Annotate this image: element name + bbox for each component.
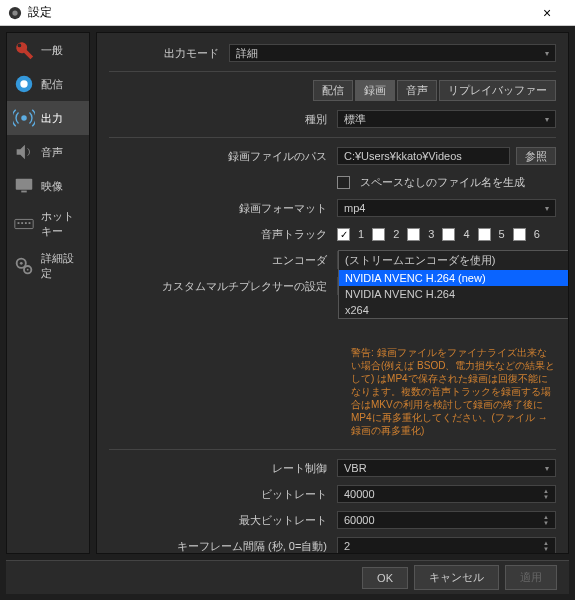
chevron-down-icon: ▾ [545,115,549,124]
sidebar-label: 映像 [41,179,63,194]
encoder-label: エンコーダ [109,253,337,268]
mux-label: カスタムマルチプレクサーの設定 [109,279,337,294]
encoder-option-x264[interactable]: x264 [339,302,569,318]
window-title: 設定 [28,4,527,21]
spinner-icon[interactable]: ▲▼ [543,488,549,500]
speaker-icon [13,141,35,163]
format-label: 録画フォーマット [109,201,337,216]
track-4-checkbox[interactable] [442,228,455,241]
chevron-down-icon: ▾ [545,49,549,58]
svg-rect-7 [21,191,27,193]
svg-point-5 [21,115,27,121]
svg-rect-9 [18,222,20,224]
svg-rect-6 [16,179,33,190]
track-3-checkbox[interactable] [407,228,420,241]
monitor-icon [13,175,35,197]
nospace-label: スペースなしのファイル名を生成 [360,175,525,190]
title-bar: 設定 × [0,0,575,26]
encoder-option-nvenc[interactable]: NVIDIA NVENC H.264 [339,286,569,302]
encoder-option-nvenc-new[interactable]: NVIDIA NVENC H.264 (new) [339,270,569,286]
path-label: 録画ファイルのパス [109,149,337,164]
svg-point-1 [12,10,17,15]
encoder-option-stream[interactable]: (ストリームエンコーダを使用) [339,251,569,270]
recording-path-input[interactable]: C:¥Users¥kkato¥Videos [337,147,510,165]
sidebar-item-hotkeys[interactable]: ホットキー [7,203,89,245]
keyframe-input[interactable]: 2▲▼ [337,537,556,554]
chevron-down-icon: ▾ [545,464,549,473]
app-icon [8,6,22,20]
sidebar-label: 一般 [41,43,63,58]
tracks-label: 音声トラック [109,227,337,242]
track-6-checkbox[interactable] [513,228,526,241]
spinner-icon[interactable]: ▲▼ [543,514,549,526]
rate-control-select[interactable]: VBR▾ [337,459,556,477]
encoder-dropdown: (ストリームエンコーダを使用) NVIDIA NVENC H.264 (new)… [338,250,569,319]
svg-point-2 [18,44,22,48]
track-5-checkbox[interactable] [478,228,491,241]
max-bitrate-input[interactable]: 60000▲▼ [337,511,556,529]
output-tabs: 配信 録画 音声 リプレイバッファー [109,80,556,101]
broadcast-icon [13,107,35,129]
close-button[interactable]: × [527,5,567,21]
wrench-icon [13,39,35,61]
nospace-checkbox[interactable] [337,176,350,189]
output-mode-label: 出力モード [109,46,229,61]
sidebar-label: 音声 [41,145,63,160]
sidebar-item-general[interactable]: 一般 [7,33,89,67]
svg-rect-10 [21,222,23,224]
track-2-checkbox[interactable] [372,228,385,241]
stream-icon [13,73,35,95]
settings-sidebar: 一般 配信 出力 音声 映像 ホットキー 詳細設定 [6,32,90,554]
sidebar-label: 詳細設定 [41,251,83,281]
svg-rect-12 [29,222,31,224]
sidebar-item-stream[interactable]: 配信 [7,67,89,101]
sidebar-label: 配信 [41,77,63,92]
format-select[interactable]: mp4▾ [337,199,556,217]
browse-button[interactable]: 参照 [516,147,556,165]
sidebar-item-video[interactable]: 映像 [7,169,89,203]
max-bitrate-label: 最大ビットレート [109,513,337,528]
sidebar-label: ホットキー [41,209,83,239]
apply-button[interactable]: 適用 [505,565,557,590]
tab-stream[interactable]: 配信 [313,80,353,101]
gear-icon [13,255,35,277]
mp4-warning: 警告: 録画ファイルをファイナライズ出来ない場合(例えば BSOD、電力損失など… [109,344,556,441]
tab-audio[interactable]: 音声 [397,80,437,101]
svg-point-4 [20,80,27,87]
svg-point-14 [20,262,23,265]
type-select[interactable]: 標準▾ [337,110,556,128]
svg-point-16 [27,269,29,271]
sidebar-item-output[interactable]: 出力 [7,101,89,135]
cancel-button[interactable]: キャンセル [414,565,499,590]
tab-recording[interactable]: 録画 [355,80,395,101]
bitrate-label: ビットレート [109,487,337,502]
dialog-footer: OK キャンセル 適用 [6,560,569,594]
sidebar-item-audio[interactable]: 音声 [7,135,89,169]
keyframe-label: キーフレーム間隔 (秒, 0=自動) [109,539,337,554]
ok-button[interactable]: OK [362,567,408,589]
svg-rect-11 [25,222,27,224]
type-label: 種別 [109,112,337,127]
spinner-icon[interactable]: ▲▼ [543,540,549,552]
rate-control-label: レート制御 [109,461,337,476]
chevron-down-icon: ▾ [545,204,549,213]
sidebar-label: 出力 [41,111,63,126]
keyboard-icon [13,213,35,235]
output-mode-select[interactable]: 詳細▾ [229,44,556,62]
main-panel: 出力モード 詳細▾ 配信 録画 音声 リプレイバッファー 種別 標準▾ 録画ファ… [96,32,569,554]
tab-replay-buffer[interactable]: リプレイバッファー [439,80,556,101]
track-1-checkbox[interactable]: ✓ [337,228,350,241]
sidebar-item-advanced[interactable]: 詳細設定 [7,245,89,287]
bitrate-input[interactable]: 40000▲▼ [337,485,556,503]
